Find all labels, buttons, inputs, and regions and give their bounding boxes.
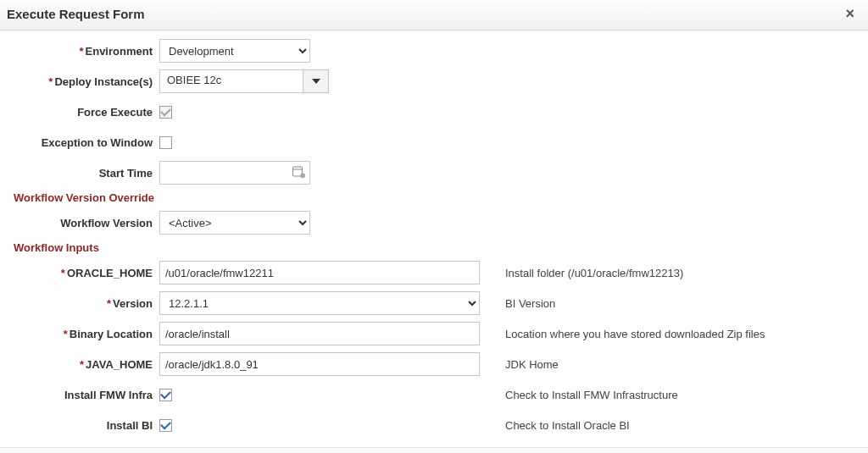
exception-window-label: Exception to Window xyxy=(8,136,159,149)
row-install-fmw: Install FMW Infra Check to Install FMW I… xyxy=(8,383,860,406)
version-label: *Version xyxy=(8,297,159,310)
install-fmw-desc: Check to Install FMW Infrastructure xyxy=(505,389,678,401)
chevron-down-icon xyxy=(312,79,320,84)
oracle-home-label: *ORACLE_HOME xyxy=(8,267,159,279)
row-environment: *Environment Development xyxy=(8,39,860,63)
version-select[interactable]: 12.2.1.1 xyxy=(159,291,480,315)
binary-location-label: *Binary Location xyxy=(8,328,159,340)
binary-location-desc: Location where you have stored downloade… xyxy=(505,328,765,340)
java-home-input[interactable] xyxy=(159,352,480,376)
row-version: *Version 12.2.1.1 BI Version xyxy=(8,291,860,315)
install-fmw-label: Install FMW Infra xyxy=(8,389,159,401)
deploy-instances-multiselect[interactable]: OBIEE 12c xyxy=(159,69,329,93)
oracle-home-input[interactable] xyxy=(159,261,480,285)
version-desc: BI Version xyxy=(505,297,555,310)
start-time-label: Start Time xyxy=(8,167,159,180)
install-fmw-checkbox[interactable] xyxy=(159,389,172,401)
form-body: *Environment Development *Deploy Instanc… xyxy=(0,30,868,447)
environment-label: *Environment xyxy=(8,45,159,58)
footer: Submit Request Cancel xyxy=(0,447,868,453)
install-bi-label: Install BI xyxy=(8,419,159,432)
dialog-header: Execute Request Form × xyxy=(0,0,868,30)
environment-select[interactable]: Development xyxy=(159,39,310,63)
row-install-bi: Install BI Check to Install Oracle BI xyxy=(8,413,860,437)
row-java-home: *JAVA_HOME JDK Home xyxy=(8,352,860,376)
deploy-instances-dropdown-button[interactable] xyxy=(303,70,328,92)
workflow-version-label: Workflow Version xyxy=(8,217,159,229)
workflow-version-select[interactable]: <Active> xyxy=(159,211,310,235)
deploy-instances-value: OBIEE 12c xyxy=(160,70,303,92)
deploy-instances-label: *Deploy Instance(s) xyxy=(8,75,159,88)
row-start-time: Start Time xyxy=(8,161,860,185)
row-exception-window: Exception to Window xyxy=(8,130,860,154)
start-time-input[interactable] xyxy=(159,161,310,185)
row-workflow-version: Workflow Version <Active> xyxy=(8,211,860,235)
java-home-label: *JAVA_HOME xyxy=(8,358,159,371)
install-bi-desc: Check to Install Oracle BI xyxy=(505,419,630,432)
row-force-execute: Force Execute xyxy=(8,100,860,124)
section-workflow-inputs: Workflow Inputs xyxy=(14,241,860,254)
binary-location-input[interactable] xyxy=(159,322,480,345)
close-icon[interactable]: × xyxy=(842,5,858,23)
install-bi-checkbox[interactable] xyxy=(159,419,172,432)
java-home-desc: JDK Home xyxy=(505,358,559,371)
row-deploy-instances: *Deploy Instance(s) OBIEE 12c xyxy=(8,69,860,93)
row-oracle-home: *ORACLE_HOME Install folder (/u01/oracle… xyxy=(8,261,860,285)
oracle-home-desc: Install folder (/u01/oracle/fmw12213) xyxy=(505,267,683,279)
dialog-title: Execute Request Form xyxy=(7,7,145,21)
force-execute-checkbox xyxy=(159,106,172,119)
calendar-icon[interactable] xyxy=(292,165,305,181)
section-workflow-version-override: Workflow Version Override xyxy=(14,191,860,204)
svg-point-2 xyxy=(300,174,305,179)
row-binary-location: *Binary Location Location where you have… xyxy=(8,322,860,345)
force-execute-label: Force Execute xyxy=(8,106,159,119)
exception-window-checkbox[interactable] xyxy=(159,136,172,149)
